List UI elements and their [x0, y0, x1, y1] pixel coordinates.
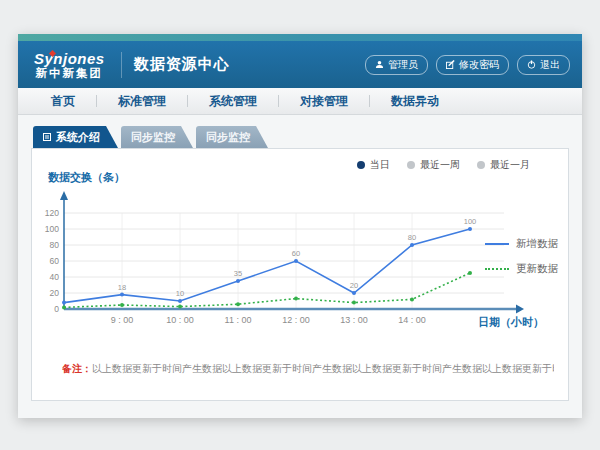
top-accent-strip	[18, 34, 582, 41]
tab-label: 同步监控	[131, 126, 175, 148]
nav-item-system-mgmt[interactable]: 系统管理	[188, 88, 278, 114]
document-icon	[43, 126, 51, 148]
admin-user-button[interactable]: 管理员	[365, 55, 428, 75]
logout-label: 退出	[540, 58, 560, 72]
nav-item-home[interactable]: 首页	[30, 88, 96, 114]
svg-text:数据交换（条）: 数据交换（条）	[47, 171, 125, 184]
logo-subtitle: 新中新集团	[34, 67, 105, 80]
svg-text:40: 40	[50, 272, 60, 282]
footnote: 备注：以上数据更新于时间产生数据以上数据更新于时间产生数据以上数据更新于时间产生…	[62, 362, 554, 376]
svg-text:80: 80	[408, 233, 416, 242]
svg-text:13 : 00: 13 : 00	[340, 315, 368, 325]
svg-text:35: 35	[234, 269, 242, 278]
legend-label: 更新数据	[516, 262, 558, 276]
svg-text:60: 60	[292, 249, 300, 258]
radio-unselected-icon	[477, 161, 485, 169]
nav-item-connect-mgmt[interactable]: 对接管理	[279, 88, 369, 114]
header-divider	[121, 52, 122, 78]
svg-text:10: 10	[176, 289, 184, 298]
svg-text:18: 18	[118, 283, 126, 292]
logout-icon	[527, 60, 536, 69]
svg-text:日期（小时）: 日期（小时）	[478, 316, 544, 329]
change-password-button[interactable]: 修改密码	[436, 55, 509, 75]
svg-text:60: 60	[50, 256, 60, 266]
nav-item-data-change[interactable]: 数据异动	[370, 88, 460, 114]
chart-area: 9 : 0010 : 0011 : 0012 : 0013 : 0014 : 0…	[44, 169, 556, 345]
svg-text:20: 20	[350, 281, 358, 290]
change-password-label: 修改密码	[459, 58, 499, 72]
app-header: Synjones 新中新集团 数据资源中心 管理员 修改密码	[18, 41, 582, 88]
tab-system-intro[interactable]: 系统介绍	[33, 126, 118, 148]
user-icon	[375, 60, 384, 69]
tab-sync-monitor-2[interactable]: 同步监控	[196, 126, 268, 148]
legend-label: 新增数据	[516, 237, 558, 251]
admin-user-label: 管理员	[388, 58, 418, 72]
nav-item-standard-mgmt[interactable]: 标准管理	[97, 88, 187, 114]
svg-text:10 : 00: 10 : 00	[166, 315, 194, 325]
chart-legend: 新增数据 更新数据	[485, 237, 558, 276]
svg-text:80: 80	[50, 240, 60, 250]
tab-sync-monitor-1[interactable]: 同步监控	[121, 126, 193, 148]
tab-bar: 系统介绍 同步监控 同步监控	[33, 126, 569, 148]
footnote-label: 备注：	[62, 363, 92, 374]
svg-text:12 : 00: 12 : 00	[282, 315, 310, 325]
content-area: 系统介绍 同步监控 同步监控 当日 最近一周	[18, 115, 582, 418]
radio-selected-icon	[357, 161, 365, 169]
svg-text:100: 100	[464, 217, 477, 226]
footnote-text: 以上数据更新于时间产生数据以上数据更新于时间产生数据以上数据更新于时间产生数据以…	[92, 363, 554, 374]
line-chart: 9 : 0010 : 0011 : 0012 : 0013 : 0014 : 0…	[44, 169, 556, 341]
svg-text:14 : 00: 14 : 00	[398, 315, 426, 325]
tab-label: 同步监控	[206, 126, 250, 148]
legend-item-new-data[interactable]: 新增数据	[485, 237, 558, 251]
legend-item-updated-data[interactable]: 更新数据	[485, 262, 558, 276]
logout-button[interactable]: 退出	[517, 55, 570, 75]
solid-line-icon	[485, 243, 509, 245]
logo-title: Synjones	[34, 51, 105, 68]
radio-unselected-icon	[407, 161, 415, 169]
app-title: 数据资源中心	[134, 55, 230, 74]
svg-text:0: 0	[54, 304, 59, 314]
edit-icon	[446, 60, 455, 69]
dotted-line-icon	[485, 268, 509, 270]
svg-text:9 : 00: 9 : 00	[111, 315, 134, 325]
svg-text:11 : 00: 11 : 00	[225, 315, 252, 325]
tab-label: 系统介绍	[56, 126, 100, 148]
svg-text:20: 20	[50, 288, 60, 298]
chart-panel: 当日 最近一周 最近一月 9 : 0010 : 0011 : 0012 : 00…	[31, 148, 569, 401]
svg-text:120: 120	[45, 208, 59, 218]
main-window: Synjones 新中新集团 数据资源中心 管理员 修改密码	[18, 34, 582, 418]
main-nav: 首页 标准管理 系统管理 对接管理 数据异动	[18, 88, 582, 115]
user-actions: 管理员 修改密码 退出	[365, 55, 570, 75]
svg-text:100: 100	[45, 224, 59, 234]
company-logo: Synjones 新中新集团	[30, 49, 109, 80]
